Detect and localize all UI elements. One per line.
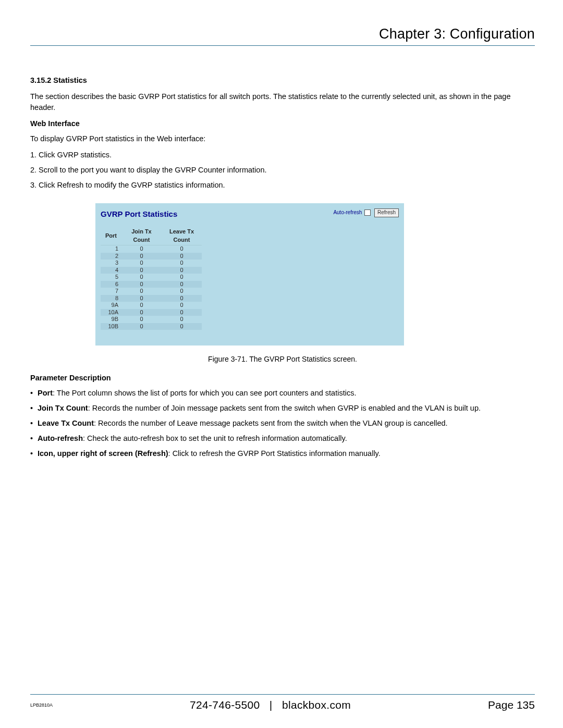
- col-leave: Leave Tx Count: [162, 227, 202, 245]
- section-intro: The section describes the basic GVRP Por…: [30, 91, 535, 113]
- panel-title: GVRP Port Statistics: [101, 208, 177, 220]
- parameter-item: Icon, upper right of screen (Refresh): C…: [30, 448, 535, 459]
- table-row: 700: [101, 288, 202, 295]
- table-row: 300: [101, 260, 202, 267]
- table-row: 600: [101, 281, 202, 288]
- section-heading: 3.15.2 Statistics: [30, 75, 535, 86]
- table-row: 800: [101, 295, 202, 302]
- table-row: 10B00: [101, 323, 202, 330]
- gvrp-stats-table: Port Join Tx Count Leave Tx Count 100200…: [101, 227, 202, 330]
- parameter-item: Port: The Port column shows the list of …: [30, 388, 535, 399]
- gvrp-statistics-panel: GVRP Port Statistics Auto-refresh Refres…: [95, 203, 404, 346]
- footer-center: 724-746-5500 | blackbox.com: [190, 699, 351, 711]
- auto-refresh-label: Auto-refresh: [333, 209, 362, 215]
- table-row: 10A00: [101, 309, 202, 316]
- table-row: 9B00: [101, 316, 202, 323]
- refresh-button[interactable]: Refresh: [374, 208, 399, 217]
- footer-page: Page 135: [488, 699, 535, 711]
- figure-caption: Figure 3-71. The GVRP Port Statistics sc…: [30, 354, 535, 364]
- instruction-step: 3. Click Refresh to modify the GVRP stat…: [30, 180, 535, 191]
- col-join: Join Tx Count: [121, 227, 162, 245]
- table-row: 200: [101, 253, 202, 260]
- table-row: 100: [101, 245, 202, 253]
- table-row: 9A00: [101, 302, 202, 309]
- col-port: Port: [101, 227, 121, 245]
- footer-rule: [30, 694, 535, 695]
- auto-refresh-checkbox[interactable]: [364, 209, 371, 216]
- web-interface-heading: Web Interface: [30, 118, 535, 129]
- instruction-step: 2. Scroll to the port you want to displa…: [30, 165, 535, 176]
- instruction-step: 1. Click GVRP statistics.: [30, 150, 535, 161]
- table-row: 500: [101, 274, 202, 281]
- parameter-item: Leave Tx Count: Records the number of Le…: [30, 418, 535, 429]
- parameter-item: Join Tx Count: Records the number of Joi…: [30, 403, 535, 414]
- web-interface-intro: To display GVRP Port statistics in the W…: [30, 133, 535, 144]
- parameter-item: Auto-refresh: Check the auto-refresh box…: [30, 433, 535, 444]
- footer-model: LPB2810A: [30, 702, 53, 708]
- chapter-title: Chapter 3: Configuration: [30, 26, 535, 42]
- parameter-description-heading: Parameter Description: [30, 373, 535, 384]
- header-rule: [30, 45, 535, 46]
- table-row: 400: [101, 267, 202, 274]
